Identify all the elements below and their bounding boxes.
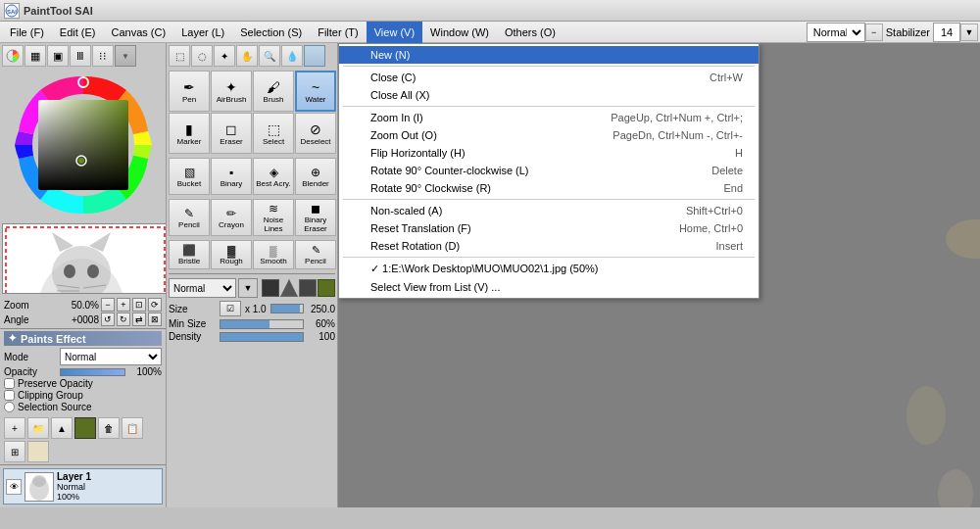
shortcut-rotate-ccw: Delete bbox=[672, 165, 743, 176]
shape3[interactable] bbox=[299, 279, 317, 297]
stabilizer-input[interactable]: 14 bbox=[933, 23, 960, 42]
tool-pencil2[interactable]: ✎Pencil bbox=[295, 240, 336, 269]
tool-brush[interactable]: 🖌Brush bbox=[253, 71, 294, 112]
color-chip[interactable] bbox=[318, 279, 335, 297]
zoom-minus[interactable]: − bbox=[101, 298, 115, 312]
tool-color-picker[interactable]: 💧 bbox=[281, 45, 303, 67]
color-box-btn[interactable]: ▣ bbox=[47, 45, 69, 67]
menu-item-reset-trans[interactable]: Reset Translation (F) Home, Ctrl+0 bbox=[339, 219, 759, 237]
menu-layer[interactable]: Layer (L) bbox=[173, 22, 232, 43]
menu-canvas[interactable]: Canvas (C) bbox=[104, 22, 174, 43]
zoom-reset[interactable]: ⟳ bbox=[148, 298, 162, 312]
section-icon: ✦ bbox=[8, 332, 17, 345]
angle-reset[interactable]: ⊠ bbox=[148, 313, 162, 326]
menu-item-close[interactable]: Close (C) Ctrl+W bbox=[339, 69, 759, 86]
layer-thumbnail bbox=[24, 472, 54, 502]
min-size-bar[interactable] bbox=[220, 319, 304, 329]
menu-item-select-view[interactable]: Select View from List (V) ... bbox=[339, 278, 759, 296]
menu-selection[interactable]: Selection (S) bbox=[232, 22, 310, 43]
tool-pen[interactable]: ✒Pen bbox=[169, 71, 210, 112]
menu-edit[interactable]: Edit (E) bbox=[52, 22, 104, 43]
tool-marker[interactable]: ▮Marker bbox=[169, 113, 210, 154]
shortcut-reset-trans: Home, Ctrl+0 bbox=[640, 222, 743, 234]
foreground-color[interactable] bbox=[74, 417, 96, 439]
tool-hand[interactable]: ✋ bbox=[236, 45, 258, 67]
copy-btn[interactable]: 📋 bbox=[122, 417, 143, 439]
shape2[interactable] bbox=[280, 279, 298, 297]
tool-zoom-tool[interactable]: 🔍 bbox=[259, 45, 280, 67]
tool-select-lasso[interactable]: ◌ bbox=[191, 45, 213, 67]
angle-cw[interactable]: ↻ bbox=[117, 313, 130, 326]
tool-extra[interactable] bbox=[304, 45, 325, 67]
menu-others[interactable]: Others (O) bbox=[497, 22, 564, 43]
min-size-value: 60% bbox=[306, 318, 335, 329]
shape1[interactable] bbox=[262, 279, 279, 297]
density-bar[interactable] bbox=[220, 332, 304, 342]
tool-smooth[interactable]: ▒Smooth bbox=[253, 240, 294, 269]
menu-item-close-all[interactable]: Close All (X) bbox=[339, 86, 759, 104]
angle-ccw[interactable]: ↺ bbox=[101, 313, 115, 326]
tool-select-brush[interactable]: ⬚Select bbox=[253, 113, 294, 154]
merge-btn[interactable]: ⊞ bbox=[4, 441, 25, 462]
menu-item-current-file[interactable]: ✓ 1:E:\Work Desktop\MUO\MUO02\1.jpg (50%… bbox=[339, 260, 759, 278]
tool-select-magic[interactable]: ✦ bbox=[214, 45, 235, 67]
menu-item-zoom-out[interactable]: Zoom Out (O) PageDn, Ctrl+Num -, Ctrl+- bbox=[339, 126, 759, 144]
size-check[interactable]: ☑ bbox=[220, 301, 241, 316]
menu-item-reset-rot[interactable]: Reset Rotation (D) Insert bbox=[339, 237, 759, 255]
color-slider-btn[interactable]: ▦ bbox=[24, 45, 46, 67]
tool-pencil[interactable]: ✎Pencil bbox=[169, 199, 210, 236]
tool-noise[interactable]: ≋Noise Lines bbox=[253, 199, 294, 236]
zoom-plus[interactable]: + bbox=[117, 298, 130, 312]
color-wheel-btn[interactable] bbox=[2, 45, 24, 67]
color-down-arrow[interactable]: ▼ bbox=[115, 45, 136, 67]
color-dots-btn[interactable]: ⁝⁝ bbox=[92, 45, 114, 67]
tool-bucket[interactable]: ▧Bucket bbox=[169, 158, 210, 195]
clipping-group-check[interactable] bbox=[4, 390, 15, 401]
menu-item-rotate-cw[interactable]: Rotate 90° Clockwise (R) End bbox=[339, 179, 759, 197]
zoom-fit[interactable]: ⊡ bbox=[132, 298, 146, 312]
layer-add-btn[interactable]: + bbox=[4, 417, 25, 439]
tool-best-acry[interactable]: ◈Best Acry. bbox=[253, 158, 294, 195]
size-bar[interactable] bbox=[270, 304, 304, 313]
clipping-group-label: Clipping Group bbox=[18, 390, 83, 401]
folder-btn[interactable]: 📁 bbox=[27, 417, 49, 439]
move-up-btn[interactable]: ▲ bbox=[51, 417, 73, 439]
tool-binary[interactable]: ▪Binary bbox=[211, 158, 252, 195]
blend-mode-select[interactable]: Normal bbox=[807, 23, 865, 42]
tool-rough[interactable]: ▓Rough bbox=[211, 240, 252, 269]
tool-crayon[interactable]: ✏Crayon bbox=[211, 199, 252, 236]
menu-item-zoom-in[interactable]: Zoom In (I) PageUp, Ctrl+Num +, Ctrl+; bbox=[339, 109, 759, 126]
tool-eraser[interactable]: ◻Eraser bbox=[211, 113, 252, 154]
menu-item-flip-h[interactable]: Flip Horizontally (H) H bbox=[339, 144, 759, 162]
tool-bristle[interactable]: ⬛Bristle bbox=[169, 240, 210, 269]
delete-btn[interactable]: 🗑 bbox=[98, 417, 120, 439]
menu-filter[interactable]: Filter (T) bbox=[310, 22, 367, 43]
menu-window[interactable]: Window (W) bbox=[422, 22, 497, 43]
layer-blend-mode[interactable]: Normal bbox=[169, 278, 236, 298]
canvas-thumbnail bbox=[2, 223, 167, 294]
color-text-btn[interactable]: Ⅲ bbox=[70, 45, 91, 67]
menu-item-rotate-ccw[interactable]: Rotate 90° Counter-clockwise (L) Delete bbox=[339, 162, 759, 179]
tool-airbrush[interactable]: ✦AirBrush bbox=[211, 71, 252, 112]
mode-select[interactable]: Normal bbox=[60, 348, 162, 365]
menu-item-non-scaled[interactable]: Non-scaled (A) Shift+Ctrl+0 bbox=[339, 202, 759, 219]
selection-source-radio[interactable] bbox=[4, 402, 15, 412]
menu-view[interactable]: View (V) bbox=[367, 22, 422, 43]
tool-water[interactable]: ~Water bbox=[295, 71, 336, 112]
tool-select-rect[interactable]: ⬚ bbox=[169, 45, 190, 67]
tool-binary-eraser[interactable]: ◼Binary Eraser bbox=[295, 199, 336, 236]
tool-blender[interactable]: ⊕Blender bbox=[295, 158, 336, 195]
canvas-area[interactable]: New (N) Close (C) Ctrl+W Close All (X) Z… bbox=[338, 43, 980, 507]
color-wheel-svg[interactable] bbox=[11, 72, 156, 217]
layer-blend-down[interactable]: ▼ bbox=[238, 278, 258, 298]
layer-item[interactable]: 👁 Layer 1 Normal 100% bbox=[3, 468, 163, 505]
angle-flip[interactable]: ⇄ bbox=[132, 313, 146, 326]
stabilizer-down[interactable]: ▼ bbox=[960, 24, 978, 41]
layer-visibility[interactable]: 👁 bbox=[6, 479, 22, 495]
menu-item-new[interactable]: New (N) bbox=[339, 46, 759, 64]
tool-deselect[interactable]: ⊘Deselect bbox=[295, 113, 336, 154]
menu-file[interactable]: File (F) bbox=[2, 22, 52, 43]
preserve-opacity-check[interactable] bbox=[4, 378, 15, 389]
minus-btn[interactable]: − bbox=[865, 24, 883, 41]
opacity-slider[interactable] bbox=[60, 368, 125, 376]
